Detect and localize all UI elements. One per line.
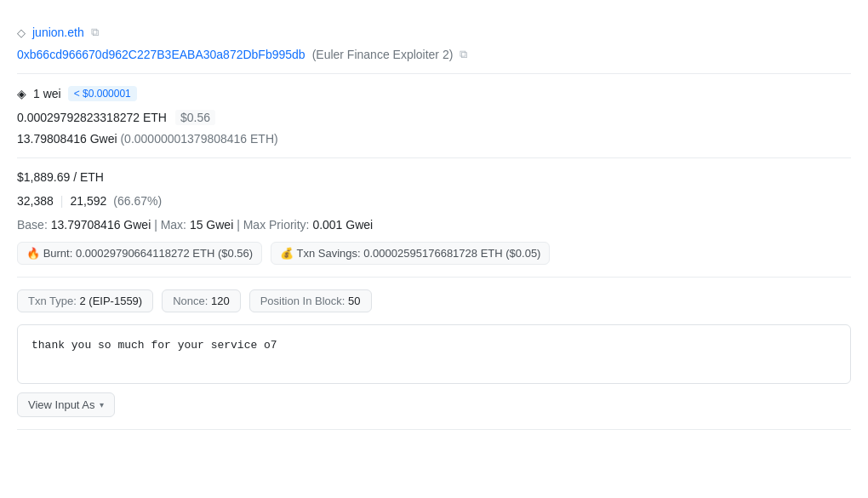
gas-used: 21,592 — [70, 194, 106, 208]
burnt-icon: 🔥 — [26, 247, 40, 260]
eth-icon: ◈ — [17, 87, 26, 100]
input-data-box: thank you so much for your service o7 — [17, 324, 851, 384]
contract-section: ◇ junion.eth ⧉ 0xb66cd966670d962C227B3EA… — [17, 14, 851, 74]
position-badge: Position In Block: 50 — [249, 289, 372, 312]
chevron-down-icon: ▾ — [100, 400, 104, 409]
gwei-row: 13.79808416 Gwei (0.00000001379808416 ET… — [17, 132, 851, 146]
gas-stats-row: 32,388 | 21,592 (66.67%) — [17, 194, 851, 208]
base-label: Base: — [17, 218, 48, 232]
eth-row: 0.00029792823318272 ETH $0.56 — [17, 110, 851, 125]
contract-icon: ◇ — [17, 26, 26, 39]
txn-type-label: Txn Type: — [28, 295, 77, 307]
copy-address-icon[interactable]: ⧉ — [460, 48, 467, 61]
gwei-amount: 13.79808416 Gwei — [17, 132, 117, 146]
wei-amount: 1 wei — [33, 87, 61, 100]
priority-label: | Max Priority: — [237, 218, 309, 232]
txn-type-value: 2 (EIP-1559) — [79, 295, 142, 307]
eth-price-row: $1,889.69 / ETH — [17, 170, 851, 184]
wei-row: ◈ 1 wei < $0.000001 — [17, 86, 851, 101]
position-value: 50 — [348, 295, 360, 307]
nonce-badge: Nonce: 120 — [162, 289, 241, 312]
view-input-label: View Input As — [28, 398, 95, 411]
gas-base-row: Base: 13.79708416 Gwei | Max: 15 Gwei | … — [17, 218, 851, 232]
gas-percent: (66.67%) — [113, 194, 162, 208]
value-section: ◈ 1 wei < $0.000001 0.00029792823318272 … — [17, 74, 851, 158]
savings-icon: 💰 — [280, 247, 294, 260]
gwei-eth-sub: (0.00000001379808416 ETH) — [120, 132, 277, 146]
txn-meta-section: Txn Type: 2 (EIP-1559) Nonce: 120 Positi… — [17, 278, 851, 430]
position-label: Position In Block: — [260, 295, 345, 307]
contract-name-link[interactable]: junion.eth — [32, 26, 84, 39]
txn-meta-row: Txn Type: 2 (EIP-1559) Nonce: 120 Positi… — [17, 289, 851, 312]
priority-value: 0.001 Gwei — [312, 218, 373, 232]
nonce-label: Nonce: — [173, 295, 208, 307]
address-link[interactable]: 0xb66cd966670d962C227B3EABA30a872DbFb995… — [17, 48, 306, 61]
eth-price: $1,889.69 / ETH — [17, 170, 104, 184]
eth-amount: 0.00029792823318272 ETH — [17, 111, 167, 124]
page-container: ◇ junion.eth ⧉ 0xb66cd966670d962C227B3EA… — [0, 0, 868, 444]
view-input-as-button[interactable]: View Input As ▾ — [17, 392, 115, 417]
savings-value: 0.00002595176681728 ETH ($0.05) — [363, 247, 540, 260]
burnt-badge: 🔥 Burnt: 0.00029790664118272 ETH ($0.56) — [17, 242, 262, 265]
usd-badge-small: < $0.000001 — [68, 86, 137, 101]
gas-badges-row: 🔥 Burnt: 0.00029790664118272 ETH ($0.56)… — [17, 242, 851, 265]
input-data-text: thank you so much for your service o7 — [31, 339, 277, 352]
burnt-value: 0.00029790664118272 ETH ($0.56) — [76, 247, 253, 260]
gas-limit: 32,388 — [17, 194, 54, 208]
savings-badge: 💰 Txn Savings: 0.00002595176681728 ETH (… — [271, 242, 550, 265]
gas-divider: | — [60, 194, 64, 208]
address-label: (Euler Finance Exploiter 2) — [312, 48, 454, 61]
eth-usd-value: $0.56 — [175, 110, 215, 125]
burnt-label: Burnt: — [43, 247, 73, 260]
address-row: 0xb66cd966670d962C227B3EABA30a872DbFb995… — [17, 48, 851, 61]
txn-type-badge: Txn Type: 2 (EIP-1559) — [17, 289, 153, 312]
max-value: 15 Gwei — [190, 218, 233, 232]
contract-name-row: ◇ junion.eth ⧉ — [17, 26, 851, 39]
copy-contract-name-icon[interactable]: ⧉ — [91, 26, 99, 39]
savings-label: Txn Savings: — [297, 247, 361, 260]
gas-section: $1,889.69 / ETH 32,388 | 21,592 (66.67%)… — [17, 158, 851, 278]
nonce-value: 120 — [211, 295, 230, 307]
base-value: 13.79708416 Gwei — [51, 218, 151, 232]
max-label: | Max: — [154, 218, 186, 232]
